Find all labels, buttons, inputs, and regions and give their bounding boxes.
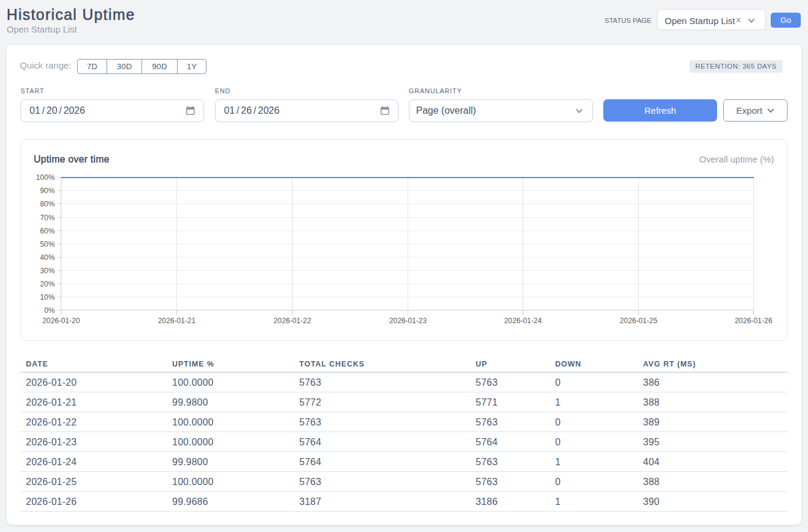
- svg-text:20%: 20%: [40, 280, 55, 288]
- svg-text:100%: 100%: [36, 173, 55, 182]
- svg-text:70%: 70%: [40, 214, 55, 222]
- svg-text:10%: 10%: [40, 293, 55, 302]
- svg-text:80%: 80%: [40, 200, 55, 208]
- svg-text:50%: 50%: [40, 240, 55, 249]
- svg-text:2026-01-25: 2026-01-25: [620, 317, 657, 325]
- svg-text:2026-01-20: 2026-01-20: [42, 317, 80, 325]
- svg-text:40%: 40%: [40, 253, 55, 262]
- svg-text:60%: 60%: [40, 227, 55, 235]
- svg-text:2026-01-21: 2026-01-21: [158, 317, 196, 325]
- svg-text:2026-01-23: 2026-01-23: [389, 317, 427, 325]
- svg-text:0%: 0%: [44, 306, 55, 315]
- svg-text:90%: 90%: [40, 187, 55, 195]
- svg-text:2026-01-24: 2026-01-24: [504, 317, 542, 325]
- svg-text:30%: 30%: [40, 267, 55, 275]
- svg-text:2026-01-26: 2026-01-26: [735, 317, 772, 325]
- svg-text:2026-01-22: 2026-01-22: [273, 317, 311, 325]
